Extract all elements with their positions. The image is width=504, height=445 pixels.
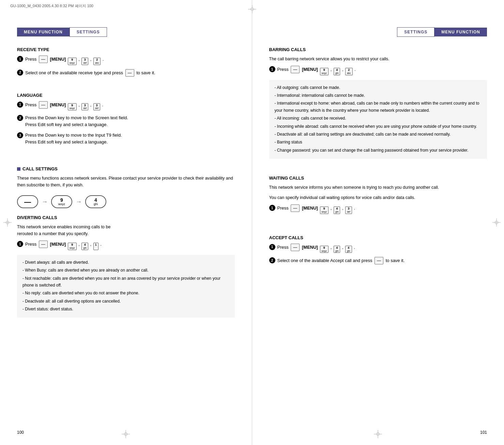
waiting-step1-content: Press — [MENU] 9wxyz , 4ghi , 3def . [277,204,487,214]
key-4-acc-b: 4ghi [345,246,352,253]
language-title: LANGUAGE [17,93,235,98]
receive-type-step1: 1 Press — [MENU] 9wxyz , 3def , 2abc . [17,56,235,65]
waiting-calls-desc1: This network service informs you when so… [269,184,487,191]
key-3-1: 3def [81,58,88,65]
diverting-calls-title: DIVERTING CALLS [17,215,235,220]
receive-type-title: RECEIVE TYPE [17,47,235,52]
key-4-bar: 4ghi [334,68,340,75]
step-num-2: 2 [17,70,23,76]
bullet-icon [17,167,20,171]
right-tab2: MENU FUNCTION [434,28,487,36]
oval-key-9: 9 wxyz [51,195,72,208]
divert-info-2: - When Busy: calls are diverted when you… [22,267,229,274]
barring-step1: 1 Press — [MENU] 9wxyz , 4ghi , 2abc . [269,66,487,75]
press-label-wait: Press [277,205,289,211]
barring-step1-content: Press — [MENU] 9wxyz , 4ghi , 2abc . [277,66,487,75]
key-3-wait: 3def [345,206,352,214]
comma-bar-b: , [342,67,343,72]
comma-wait-a: , [331,205,332,211]
diverting-info-box: - Divert always: all calls are diverted.… [17,255,235,318]
bar-info-1: - All outgoing: calls cannot be made. [275,84,482,91]
lang-step-num-2: 2 [17,115,23,121]
key-2-bar: 2abc [345,68,352,75]
menu-label-acc: [MENU] [302,245,318,250]
language-step1-content: Press — [MENU] 9wxyz , 3def , 3def . [25,101,235,111]
arrow-right-2: → [76,198,82,205]
key-3-lang-a: 3def [81,103,88,111]
page-right: SETTINGS MENU FUNCTION BARRING CALLS The… [252,0,504,445]
comma-wait-b: , [342,205,343,211]
lang-step2-line1: Press the Down key to move to the Screen… [25,114,235,121]
call-settings-label: CALL SETTINGS [22,166,58,171]
minus-key-div: — [39,241,48,248]
key-9-lang: 9wxyz [68,103,77,111]
comma-1a: , [78,57,80,62]
accept-step1: 1 Press — [MENU] 9wxyz , 4ghi , 4ghi . [269,244,487,253]
menu-label-bar: [MENU] [302,67,318,72]
oval-key-4: 4 ghi [85,195,106,208]
divert-info-4: - No reply: calls are diverted when you … [22,290,229,296]
acc-step-num-1: 1 [269,244,275,250]
step-num-1: 1 [17,56,23,62]
key-1-div: 1 [93,243,98,250]
divert-info-6: - Divert status: divert status. [22,306,229,312]
page-left: GU-1000_M_0430 2005.4.30 8:32 PM 페이지 100… [0,0,252,445]
receive-type-step2: 2 Select one of the available receive ty… [17,69,235,77]
key-4-div: 4ghi [81,243,88,250]
bar-info-7: - Barring status [275,139,482,145]
language-step3-content: Press the Down key to move to the Input … [25,132,235,145]
diverting-step1: 1 Press — [MENU] 9wxyz , 4ghi , 1 . [17,241,235,250]
key-icons-row: — → 9 wxyz → 4 ghi [17,195,235,208]
bar-step-num-1: 1 [269,66,275,72]
barring-calls-title: BARRING CALLS [269,47,487,52]
left-header-tabs: MENU FUNCTION SETTINGS [17,27,235,37]
call-settings-title: CALL SETTINGS [17,166,235,171]
bar-info-8: - Change password: you can set and chang… [275,147,482,154]
key-9-bar: 9wxyz [320,68,329,75]
key-9-acc: 9wxyz [320,246,329,253]
minus-key-1: — [39,56,48,63]
arrow-right-1: → [42,198,48,205]
language-step2-content: Press the Down key to move to the Screen… [25,114,235,128]
diverting-step1-content: Press — [MENU] 9wxyz , 4ghi , 1 . [25,241,235,250]
comma-lang-b: , [90,102,92,107]
left-tab2: SETTINGS [70,27,107,37]
diverting-calls-desc1: This network service enables incoming ca… [17,224,235,237]
lang-step3-line1: Press the Down key to move to the Input … [25,132,235,139]
minus-key-lang: — [39,101,48,109]
div-step-num-1: 1 [17,241,23,247]
left-page-num: 100 [17,430,24,435]
right-page-num: 101 [480,430,487,435]
accept-step1-content: Press — [MENU] 9wxyz , 4ghi , 4ghi . [277,244,487,253]
key-2-1: 2abc [93,58,101,65]
key-4-acc-a: 4ghi [334,246,340,253]
minus-key-bar: — [291,66,300,73]
comma-lang-a: , [78,102,80,107]
waiting-step1: 1 Press — [MENU] 9wxyz , 4ghi , 3def . [269,204,487,214]
left-tab1: MENU FUNCTION [17,28,70,36]
divert-info-5: - Deactivate all: all call diverting opt… [22,298,229,305]
comma-div-b: , [90,242,91,247]
press-label-div: Press [25,242,36,247]
comma-acc-a: , [331,245,332,250]
minus-key-wait: — [291,204,300,212]
press-label-1: Press [25,57,36,62]
receive-type-step1-content: Press — [MENU] 9wxyz , 3def , 2abc . [25,56,235,65]
press-label-bar: Press [277,67,289,72]
minus-key-acc: — [291,244,300,251]
barring-calls-desc: The call barring network service allows … [269,56,487,62]
key-9-div: 9wxyz [68,243,77,250]
accept-calls-title: ACCEPT CALLS [269,235,487,240]
language-step1: 1 Press — [MENU] 9wxyz , 3def , 3def . [17,101,235,111]
wait-step-num-1: 1 [269,205,275,211]
accept-step2-content: Select one of the available Accept call … [277,257,487,264]
waiting-calls-desc2: You can specify individual call waiting … [269,194,487,201]
menu-label-div: [MENU] [50,242,66,247]
right-header-tabs: SETTINGS MENU FUNCTION [269,27,487,37]
key-3-lang-b: 3def [93,103,100,111]
divert-info-1: - Divert always: all calls are diverted. [22,259,229,266]
bar-info-5: - Incoming while abroad: calls cannot be… [275,123,482,130]
key-9-wait: 9wxyz [320,206,329,214]
minus-key-acc2: — [375,257,383,264]
acc-step-num-2: 2 [269,257,275,263]
